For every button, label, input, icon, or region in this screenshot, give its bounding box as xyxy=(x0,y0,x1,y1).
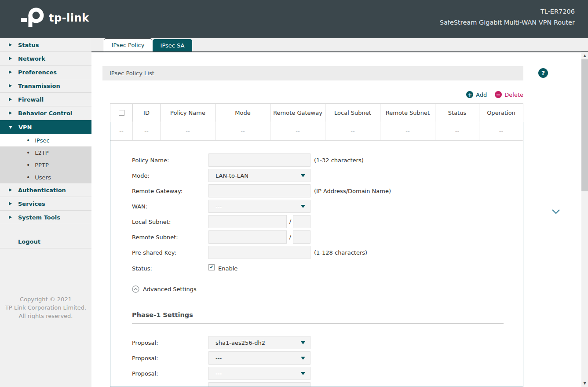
row-cell: -- xyxy=(479,122,523,140)
proposal-2-label: Proposal: xyxy=(132,355,207,361)
sidebar-item-transmission[interactable]: Transmission xyxy=(0,79,91,93)
sidebar-subitem-ipsec[interactable]: • IPsec xyxy=(0,134,91,146)
arrow-right-icon xyxy=(9,111,12,115)
remote-gateway-label: Remote Gateway: xyxy=(132,188,207,194)
subitem-label: Users xyxy=(35,174,51,181)
dropdown-arrow-icon xyxy=(301,372,305,375)
column-header-status: Status xyxy=(435,104,479,122)
arrow-right-icon xyxy=(9,70,12,74)
tp-link-logo-icon xyxy=(21,7,45,29)
column-header-id: ID xyxy=(133,104,161,122)
select-all-cell xyxy=(110,104,133,122)
remote-gateway-input[interactable] xyxy=(208,184,310,197)
device-info: TL-ER7206 SafeStream Gigabit Multi-WAN V… xyxy=(440,6,575,28)
remote-subnet-input[interactable] xyxy=(208,230,287,244)
sidebar-spacer xyxy=(0,224,91,235)
sidebar-item-behavior-control[interactable]: Behavior Control xyxy=(0,106,91,120)
scroll-down-chevron-icon[interactable] xyxy=(551,209,560,216)
proposal-3-select[interactable]: --- xyxy=(208,367,310,380)
sidebar-subitem-users[interactable]: • Users xyxy=(0,171,91,183)
proposal-4-select[interactable] xyxy=(208,382,310,387)
wan-select-value: --- xyxy=(215,203,222,210)
table-toolbar: + Add − Delete xyxy=(466,91,523,98)
remote-gateway-hint: (IP Address/Domain Name) xyxy=(314,188,391,194)
subitem-label: L2TP xyxy=(35,150,48,156)
help-icon[interactable]: ? xyxy=(538,68,548,78)
mode-label: Mode: xyxy=(132,172,207,179)
copyright-line: Copyright © 2021 xyxy=(0,295,91,303)
sidebar-subitem-pptp[interactable]: • PPTP xyxy=(0,159,91,171)
wan-select[interactable]: --- xyxy=(208,200,310,213)
bullet-icon: • xyxy=(26,137,30,143)
sidebar-item-label: Transmission xyxy=(18,83,60,89)
arrow-right-icon xyxy=(9,215,12,219)
scrollbar-up-button[interactable]: ▲ xyxy=(581,52,588,59)
sidebar: Status Network Preferences Transmission … xyxy=(0,38,91,387)
tab-ipsec-policy[interactable]: IPsec Policy xyxy=(104,38,152,51)
status-enable-checkbox[interactable]: ✔ xyxy=(208,264,215,270)
local-subnet-mask-input[interactable] xyxy=(293,215,310,228)
vertical-scrollbar[interactable]: ▲ ▼ xyxy=(581,52,588,387)
scrollbar-down-button[interactable]: ▼ xyxy=(581,380,588,387)
status-label: Status: xyxy=(132,265,207,272)
select-all-checkbox[interactable] xyxy=(119,110,124,116)
status-checkbox-label: Enable xyxy=(218,265,237,272)
column-header-remote-subnet: Remote Subnet xyxy=(380,104,435,122)
arrow-right-icon xyxy=(9,188,12,192)
proposal-3-label: Proposal: xyxy=(132,370,207,377)
delete-button[interactable]: − Delete xyxy=(495,91,523,98)
sidebar-item-preferences[interactable]: Preferences xyxy=(0,66,91,79)
sidebar-item-label: Behavior Control xyxy=(18,110,72,117)
sidebar-item-system-tools[interactable]: System Tools xyxy=(0,211,91,224)
remote-subnet-mask-input[interactable] xyxy=(293,230,310,244)
sidebar-item-network[interactable]: Network xyxy=(0,52,91,66)
bullet-icon: • xyxy=(26,174,30,180)
sidebar-subitem-l2tp[interactable]: • L2TP xyxy=(0,146,91,159)
policy-editor-container: -- -- -- -- -- -- -- -- -- Policy Name: … xyxy=(110,122,523,387)
row-cell: -- xyxy=(270,122,325,140)
checkmark-icon: ✔ xyxy=(209,265,213,270)
row-cell: -- xyxy=(110,122,133,140)
delete-button-label: Delete xyxy=(504,91,523,98)
sidebar-item-services[interactable]: Services xyxy=(0,197,91,211)
table-row: -- -- -- -- -- -- -- -- -- xyxy=(110,122,523,141)
add-button[interactable]: + Add xyxy=(466,91,487,98)
row-cell: -- xyxy=(325,122,380,140)
advanced-settings-toggle[interactable]: Advanced Settings xyxy=(132,285,197,293)
logout-button[interactable]: Logout xyxy=(0,235,91,248)
collapse-circle-icon xyxy=(132,285,139,293)
advanced-settings-label: Advanced Settings xyxy=(143,286,197,292)
policy-name-input[interactable] xyxy=(208,153,310,167)
pre-shared-key-input[interactable] xyxy=(208,246,310,259)
section-divider xyxy=(132,323,504,324)
device-model: TL-ER7206 xyxy=(440,6,575,17)
sidebar-item-firewall[interactable]: Firewall xyxy=(0,93,91,106)
sidebar-item-vpn[interactable]: VPN xyxy=(0,120,91,134)
scrollbar-thumb[interactable] xyxy=(581,59,588,191)
sidebar-item-label: System Tools xyxy=(18,214,60,221)
column-header-policy-name: Policy Name xyxy=(161,104,215,122)
sidebar-item-label: VPN xyxy=(18,124,32,131)
mode-select[interactable]: LAN-to-LAN xyxy=(208,169,310,182)
local-subnet-input[interactable] xyxy=(208,215,287,228)
sidebar-item-status[interactable]: Status xyxy=(0,38,91,52)
copyright-notice: Copyright © 2021 TP-Link Corporation Lim… xyxy=(0,295,91,320)
router-admin-screen: tp-link TL-ER7206 SafeStream Gigabit Mul… xyxy=(0,0,588,387)
proposal-2-select[interactable]: --- xyxy=(208,351,310,365)
bullet-icon: • xyxy=(26,150,30,156)
arrow-right-icon xyxy=(9,57,12,60)
bullet-icon: • xyxy=(26,162,30,168)
dropdown-arrow-icon xyxy=(301,205,305,208)
dropdown-arrow-icon xyxy=(301,357,305,360)
sidebar-item-authentication[interactable]: Authentication xyxy=(0,183,91,197)
wan-label: WAN: xyxy=(132,203,207,210)
proposal-1-select[interactable]: sha1-aes256-dh2 xyxy=(208,336,310,349)
column-header-operation: Operation xyxy=(479,104,523,122)
sidebar-item-label: Network xyxy=(18,55,45,62)
tab-ipsec-sa[interactable]: IPsec SA xyxy=(153,39,192,51)
sidebar-item-label: Authentication xyxy=(18,187,66,194)
column-header-mode: Mode xyxy=(215,104,270,122)
add-button-label: Add xyxy=(476,91,487,98)
brand-text: tp-link xyxy=(49,12,89,24)
subitem-label: IPsec xyxy=(35,137,49,144)
